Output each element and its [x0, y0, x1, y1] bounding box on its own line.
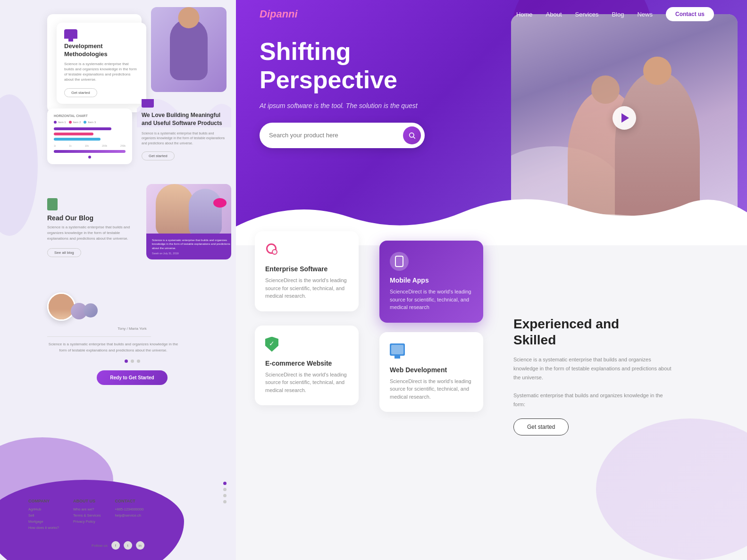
see-blog-btn[interactable]: See all blog: [47, 248, 81, 257]
social-twitter[interactable]: t: [124, 541, 132, 550]
footer-social: Follow us f t in: [92, 541, 144, 550]
x-label-5: 250k: [120, 144, 126, 147]
nav-home[interactable]: Home: [516, 11, 533, 18]
search-button[interactable]: [403, 126, 421, 144]
footer-email[interactable]: help@service.ch: [115, 513, 143, 518]
footer-link-privacy[interactable]: Privacy Policy: [73, 519, 101, 524]
social-facebook[interactable]: f: [111, 541, 120, 550]
footer-link-agrihub[interactable]: AgriHub: [28, 507, 59, 511]
person-silhouette: [170, 19, 208, 80]
hero-section: Dipanni Home About Services Blog News Co…: [236, 0, 747, 245]
nav-services[interactable]: Services: [575, 11, 599, 18]
svg-line-1: [413, 137, 415, 139]
page-dot-2[interactable]: [223, 488, 227, 491]
avatar-inner: [49, 294, 74, 319]
services-section: Enterprise Software ScienceDirect is the…: [236, 231, 747, 435]
dev-get-started-btn[interactable]: Get started: [64, 88, 97, 97]
avatar-main: [47, 293, 76, 321]
page-dot-4[interactable]: [223, 500, 227, 503]
chart-legend: Item 1 Item 2 Item 3: [54, 120, 126, 124]
hero-subtitle: At ipsum software is the tool. The solut…: [260, 102, 505, 109]
person-head: [178, 7, 200, 28]
nav-blog[interactable]: Blog: [612, 11, 624, 18]
hero-person-head-1: [643, 57, 671, 85]
hero-person-image: [151, 7, 227, 92]
phone-icon-circle: [390, 252, 409, 271]
ecommerce-icon: ✓: [265, 337, 282, 354]
contact-btn[interactable]: Contact us: [666, 7, 714, 21]
webdev-card: Web Development ScienceDirect is the wor…: [379, 332, 483, 412]
testimonial-dots: [47, 359, 217, 363]
hero-person-head-2: [591, 75, 620, 104]
footer-link-whoare[interactable]: Who are we?: [73, 507, 101, 511]
chart-bar-row-3: [54, 138, 126, 141]
play-icon: [621, 113, 629, 123]
section-testimonial: Tony / Maria York Science is a systemati…: [47, 293, 217, 385]
testimonial-dot-2[interactable]: [131, 359, 134, 363]
blog-date: Sarah on July 31, 2019: [152, 252, 226, 255]
blog-icon: [47, 198, 58, 210]
legend-dot-3: [84, 121, 86, 124]
software-heading: We Love Building Meaningful and Useful S…: [142, 111, 227, 127]
experienced-desc2: Systematic enterprise that builds and or…: [513, 391, 674, 409]
play-button[interactable]: [613, 106, 636, 130]
software-get-started-btn[interactable]: Get started: [142, 151, 175, 160]
testimonial-dot-3[interactable]: [137, 359, 140, 363]
footer-link-terms[interactable]: Terms & Services: [73, 513, 101, 518]
webdev-title: Web Development: [390, 366, 473, 374]
blog-person-2: [189, 189, 222, 236]
hero-headline: Shifting Perspective: [260, 38, 505, 94]
x-label-2: 1k: [69, 144, 71, 147]
legend-label-2: Item 2: [73, 121, 81, 124]
chart-bars: [54, 127, 126, 141]
dev-card-description: Science is a systematic enterprise that …: [64, 61, 139, 83]
legend-dot-1: [54, 121, 57, 124]
footer-company-heading: COMPANY: [28, 499, 59, 503]
footer-about-heading: ABOUT US: [73, 499, 101, 503]
enterprise-title: Enterprise Software: [265, 265, 348, 273]
x-label-1: 1t: [54, 144, 56, 147]
chart-bar-2: [54, 133, 93, 135]
hero-content: Shifting Perspective At ipsum software i…: [260, 38, 505, 148]
email-icon-small: [142, 99, 154, 108]
chart-bar-1: [54, 127, 111, 130]
mobile-title: Mobile Apps: [390, 276, 473, 284]
dev-card-title: Development Methodologies: [64, 42, 139, 59]
blog-person-1: [156, 184, 193, 236]
chart-bar-row-1: [54, 127, 126, 130]
enterprise-desc: ScienceDirect is the world's leading sou…: [265, 276, 348, 300]
footer-link-sell[interactable]: Sell: [28, 513, 59, 518]
right-panel: Dipanni Home About Services Blog News Co…: [236, 0, 747, 560]
phone-shape: [395, 256, 403, 267]
social-instagram[interactable]: in: [136, 541, 144, 550]
nav-about[interactable]: About: [546, 11, 562, 18]
blog-image: Science is a systematic enterprise that …: [146, 184, 231, 259]
footer-dot-nav: [223, 482, 227, 503]
testimonial-dot-1[interactable]: [125, 359, 128, 363]
nav-news[interactable]: News: [637, 11, 653, 18]
search-input[interactable]: [269, 132, 403, 139]
service-cards-left: Enterprise Software ScienceDirect is the…: [255, 231, 368, 405]
testimonial-name: Tony / Maria York: [47, 326, 217, 331]
experienced-get-started-btn[interactable]: Get started: [513, 418, 569, 435]
footer-link-howdoes[interactable]: How does it works?: [28, 526, 59, 530]
page-dot-3[interactable]: [223, 494, 227, 497]
footer-phone[interactable]: +865-1234000000: [115, 507, 143, 511]
ready-btn[interactable]: Redy to Get Started: [97, 370, 167, 385]
monitor-icon: [64, 29, 77, 39]
chart-card: HORIZONTAL CHART Item 1 Item 2 Item 3: [47, 109, 132, 164]
dev-card: Development Methodologies Science is a s…: [47, 14, 142, 112]
webdev-desc: ScienceDirect is the world's leading sou…: [390, 377, 473, 401]
page-dot-1[interactable]: [223, 482, 227, 485]
footer-link-mortgage[interactable]: Mortgage: [28, 519, 59, 524]
section-dev: Development Methodologies Science is a s…: [47, 14, 217, 112]
legend-label-1: Item 1: [58, 121, 66, 124]
x-label-3: 10k: [85, 144, 89, 147]
shield-check: ✓: [269, 340, 275, 347]
gear-small: [272, 249, 277, 255]
right-blob-1: [596, 418, 747, 560]
legend-dot-2: [69, 121, 72, 124]
shield-icon: ✓: [265, 337, 278, 352]
services-grid: Enterprise Software ScienceDirect is the…: [255, 231, 728, 435]
webdev-icon: [390, 343, 407, 360]
